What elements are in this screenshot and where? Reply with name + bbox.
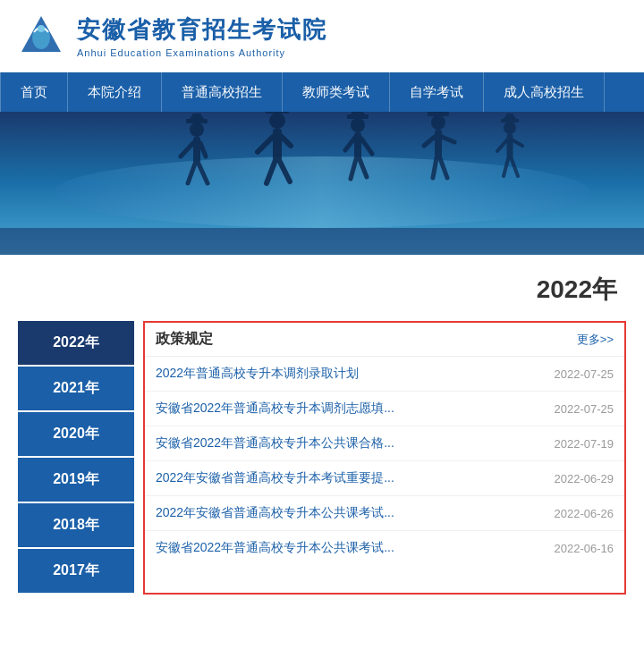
svg-marker-29 bbox=[351, 112, 365, 114]
article-date-3: 2022-06-29 bbox=[555, 472, 614, 485]
year-sidebar: 2022年 2021年 2020年 2019年 2018年 2017年 bbox=[18, 321, 134, 595]
svg-rect-20 bbox=[266, 112, 289, 114]
nav-gaokao[interactable]: 普通高校招生 bbox=[162, 72, 283, 112]
sidebar-year-2017[interactable]: 2017年 bbox=[18, 549, 134, 595]
article-link-5[interactable]: 安徽省2022年普通高校专升本公共课考试... bbox=[156, 540, 544, 556]
article-date-1: 2022-07-25 bbox=[555, 402, 614, 416]
panel-more-link[interactable]: 更多>> bbox=[577, 332, 614, 348]
svg-point-4 bbox=[54, 156, 590, 228]
article-link-2[interactable]: 安徽省2022年普通高校专升本公共课合格... bbox=[156, 435, 544, 451]
svg-rect-12 bbox=[186, 119, 208, 123]
article-item-4[interactable]: 2022年安徽省普通高校专升本公共课考试... 2022-06-26 bbox=[145, 496, 624, 531]
svg-rect-39 bbox=[507, 134, 513, 159]
svg-rect-15 bbox=[273, 129, 282, 160]
article-link-1[interactable]: 安徽省2022年普通高校专升本调剂志愿填... bbox=[156, 401, 544, 417]
hero-banner bbox=[0, 112, 644, 255]
svg-rect-44 bbox=[501, 119, 519, 122]
site-title-cn: 安徽省教育招生考试院 bbox=[77, 14, 327, 46]
svg-point-30 bbox=[431, 115, 445, 130]
svg-rect-36 bbox=[428, 112, 449, 116]
article-panel: 政策规定 更多>> 2022年普通高校专升本调剂录取计划 2022-07-25 … bbox=[143, 321, 626, 595]
main-content: 2022年 2022年 2021年 2020年 2019年 2018年 2017… bbox=[0, 255, 644, 612]
sidebar-year-2020[interactable]: 2020年 bbox=[18, 412, 134, 458]
nav-teacher[interactable]: 教师类考试 bbox=[283, 72, 390, 112]
article-item-3[interactable]: 2022年安徽省普通高校专升本考试重要提... 2022-06-29 bbox=[145, 461, 624, 496]
main-nav: 首页 本院介绍 普通高校招生 教师类考试 自学考试 成人高校招生 bbox=[0, 72, 644, 112]
svg-point-14 bbox=[269, 113, 285, 129]
article-date-5: 2022-06-16 bbox=[555, 542, 614, 555]
svg-rect-23 bbox=[354, 132, 361, 159]
nav-self-study[interactable]: 自学考试 bbox=[390, 72, 484, 112]
content-area: 2022年 2021年 2020年 2019年 2018年 2017年 政策规定… bbox=[18, 321, 626, 595]
svg-rect-5 bbox=[0, 228, 644, 255]
svg-rect-31 bbox=[435, 130, 442, 158]
sidebar-year-2018[interactable]: 2018年 bbox=[18, 503, 134, 549]
logo-icon bbox=[18, 13, 64, 59]
article-item-2[interactable]: 安徽省2022年普通高校专升本公共课合格... 2022-07-19 bbox=[145, 426, 624, 461]
banner-silhouettes bbox=[0, 112, 644, 255]
nav-adult[interactable]: 成人高校招生 bbox=[484, 72, 605, 112]
article-link-3[interactable]: 2022年安徽省普通高校专升本考试重要提... bbox=[156, 470, 544, 486]
article-link-0[interactable]: 2022年普通高校专升本调剂录取计划 bbox=[156, 366, 544, 382]
svg-point-22 bbox=[351, 118, 365, 132]
article-date-4: 2022-06-26 bbox=[555, 507, 614, 520]
sidebar-year-2021[interactable]: 2021年 bbox=[18, 367, 134, 412]
nav-home[interactable]: 首页 bbox=[0, 72, 68, 112]
sidebar-year-2019[interactable]: 2019年 bbox=[18, 458, 134, 503]
article-item-0[interactable]: 2022年普通高校专升本调剂录取计划 2022-07-25 bbox=[145, 357, 624, 392]
svg-point-6 bbox=[190, 122, 204, 137]
article-item-5[interactable]: 安徽省2022年普通高校专升本公共课考试... 2022-06-16 bbox=[145, 531, 624, 565]
nav-about[interactable]: 本院介绍 bbox=[68, 72, 162, 112]
svg-point-38 bbox=[504, 122, 516, 134]
article-link-4[interactable]: 2022年安徽省普通高校专升本公共课考试... bbox=[156, 505, 544, 521]
header-text: 安徽省教育招生考试院 Anhui Education Examinations … bbox=[77, 14, 327, 58]
year-heading: 2022年 bbox=[18, 273, 626, 307]
site-title-en: Anhui Education Examinations Authority bbox=[77, 47, 327, 58]
article-item-1[interactable]: 安徽省2022年普通高校专升本调剂志愿填... 2022-07-25 bbox=[145, 392, 624, 426]
svg-rect-28 bbox=[347, 114, 369, 119]
article-date-0: 2022-07-25 bbox=[555, 367, 614, 381]
site-header: 安徽省教育招生考试院 Anhui Education Examinations … bbox=[0, 0, 644, 72]
sidebar-year-2022[interactable]: 2022年 bbox=[18, 321, 134, 367]
article-date-2: 2022-07-19 bbox=[555, 437, 614, 451]
panel-header: 政策规定 更多>> bbox=[145, 323, 624, 357]
panel-title: 政策规定 bbox=[156, 330, 213, 349]
svg-point-2 bbox=[38, 25, 45, 32]
svg-rect-7 bbox=[193, 137, 200, 164]
